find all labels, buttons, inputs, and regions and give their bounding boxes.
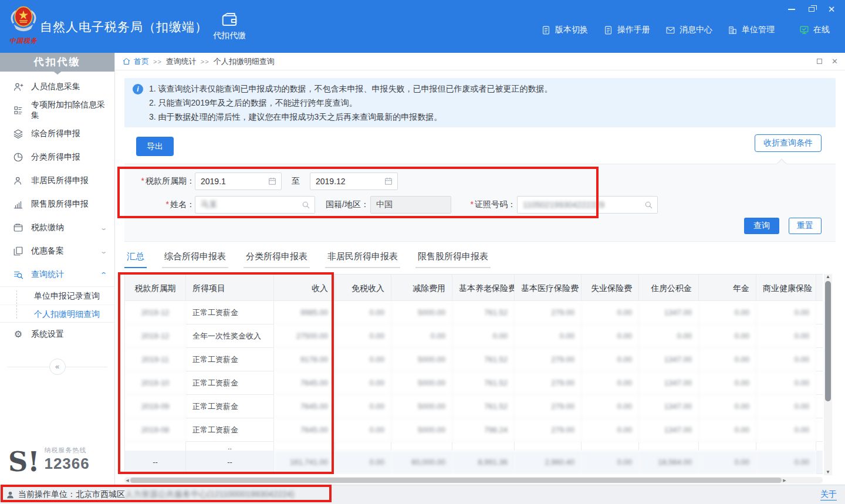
cell-收入: 9178.00 bbox=[274, 348, 335, 371]
filter-row-period: *税款所属期： 2019.1 至 2019.12 bbox=[124, 172, 398, 190]
sidebar-item-系统设置[interactable]: ⚙系统设置 bbox=[0, 323, 114, 346]
content-restore-button[interactable] bbox=[817, 59, 822, 64]
period-from-input[interactable]: 2019.1 bbox=[195, 172, 282, 190]
table-row[interactable]: 2019-12全年一次性奖金收入27500.000.000.000.000.00… bbox=[125, 324, 823, 348]
minimize-button[interactable] bbox=[787, 5, 796, 13]
cell-税延养老保险 bbox=[816, 324, 823, 348]
logo-text: 中国税务 bbox=[7, 36, 40, 45]
tab-汇总[interactable]: 汇总 bbox=[124, 251, 147, 268]
sidebar-item-分类所得申报[interactable]: 分类所得申报 bbox=[0, 146, 114, 169]
list-icon bbox=[13, 105, 23, 116]
doc-icon bbox=[603, 25, 613, 35]
sidebar-subitem-个人扣缴明细查询[interactable]: 个人扣缴明细查询 bbox=[0, 305, 114, 322]
tab-daikou-daijiao[interactable]: 代扣代缴 bbox=[204, 9, 255, 41]
hotline-block: S! 纳税服务热线 12366 bbox=[8, 446, 90, 474]
vertical-scrollbar[interactable]: ▲ ▼ bbox=[824, 274, 832, 475]
breadcrumb-home[interactable]: 首页 bbox=[134, 56, 149, 67]
scroll-up-icon[interactable]: ▲ bbox=[826, 274, 830, 280]
tab-限售股所得申报表[interactable]: 限售股所得申报表 bbox=[415, 251, 491, 268]
search-icon[interactable] bbox=[644, 200, 653, 209]
breadcrumb-separator: >> bbox=[153, 58, 162, 65]
sidebar-subitem-单位申报记录查询[interactable]: 单位申报记录查询 bbox=[0, 287, 114, 305]
sidebar-collapse-button[interactable]: « bbox=[49, 358, 66, 375]
breadcrumb-item[interactable]: 查询统计 bbox=[166, 56, 197, 67]
vertical-scroll-thumb[interactable] bbox=[825, 281, 831, 401]
cell-所得项目: .. bbox=[186, 442, 274, 451]
pie-icon bbox=[13, 152, 23, 163]
period-to-input[interactable]: 2019.12 bbox=[310, 172, 398, 190]
breadcrumb-item[interactable]: 个人扣缴明细查询 bbox=[214, 56, 275, 67]
sidebar-title: 代扣代缴 bbox=[0, 53, 114, 72]
horizontal-scrollbar[interactable]: ◀ ▶ bbox=[124, 477, 823, 483]
cell-年金: 0.00 bbox=[699, 451, 756, 474]
sidebar-item-专项附加扣除信息采集[interactable]: 专项附加扣除信息采集 bbox=[0, 99, 114, 122]
search-icon[interactable] bbox=[301, 200, 310, 209]
cell-商业健康保险: 0.00 bbox=[756, 395, 816, 418]
column-header-免税收入: 免税收入 bbox=[335, 274, 391, 301]
top-menu-单位管理[interactable]: 单位管理 bbox=[728, 25, 775, 35]
cell-失业保险费 bbox=[582, 442, 639, 451]
tab-非居民所得申报表[interactable]: 非居民所得申报表 bbox=[325, 251, 400, 268]
home-icon bbox=[122, 57, 131, 66]
collapse-filters-button[interactable]: 收折查询条件 bbox=[755, 134, 822, 152]
sidebar-item-查询统计[interactable]: 查询统计⌃ bbox=[0, 263, 114, 286]
cell-减除费用: 5000.00 bbox=[391, 348, 452, 371]
sidebar-item-优惠备案[interactable]: 优惠备案⌄ bbox=[0, 239, 114, 263]
sidebar-item-限售股所得申报[interactable]: 限售股所得申报 bbox=[0, 192, 114, 216]
tab-综合所得申报表[interactable]: 综合所得申报表 bbox=[162, 251, 228, 268]
cell-失业保险费: 0.00 bbox=[582, 348, 639, 371]
search-button[interactable]: 查询 bbox=[744, 218, 779, 234]
restore-button[interactable] bbox=[807, 5, 816, 13]
sidebar-item-非居民所得申报[interactable]: 非居民所得申报 bbox=[0, 169, 114, 192]
top-menu: 版本切换操作手册消息中心单位管理在线 bbox=[541, 25, 830, 35]
top-menu-版本切换[interactable]: 版本切换 bbox=[541, 25, 588, 35]
calendar-icon[interactable] bbox=[384, 177, 393, 186]
close-button[interactable]: ✕ bbox=[827, 5, 836, 13]
column-header-所得项目: 所得项目 bbox=[186, 274, 274, 301]
table-row[interactable]: 2019-10正常工资薪金7645.000.005000.00761.52279… bbox=[125, 371, 823, 395]
id-number-input[interactable]: 110502199304222229 bbox=[517, 196, 658, 214]
top-menu-操作手册[interactable]: 操作手册 bbox=[603, 25, 650, 35]
cell-所得项目: 正常工资薪金 bbox=[186, 301, 274, 324]
cell-收入: 161,741.00 bbox=[274, 451, 335, 474]
name-value: 马某 bbox=[201, 199, 217, 210]
calendar-icon[interactable] bbox=[268, 177, 277, 186]
column-header-税款所属期: 税款所属期 bbox=[125, 274, 186, 301]
scroll-right-icon[interactable]: ▶ bbox=[782, 478, 787, 483]
cell-所得项目: 全年一次性奖金收入 bbox=[186, 324, 274, 348]
status-bar: 当前操作单位：北京市西城区人力资源公共服务中心(1211000019930422… bbox=[0, 485, 845, 504]
about-link[interactable]: 关于 bbox=[820, 489, 837, 500]
scroll-left-icon[interactable]: ◀ bbox=[124, 478, 130, 483]
reset-button[interactable]: 重置 bbox=[789, 218, 822, 234]
scroll-down-icon[interactable]: ▼ bbox=[826, 469, 830, 475]
cell-住房公积金: 1347.00 bbox=[639, 348, 699, 371]
tab-分类所得申报表[interactable]: 分类所得申报表 bbox=[244, 251, 310, 268]
wallet-icon bbox=[221, 11, 238, 28]
content-close-button[interactable]: ✕ bbox=[832, 57, 838, 66]
cell-所得项目: 正常工资薪金 bbox=[186, 348, 274, 371]
sidebar-item-税款缴纳[interactable]: 税款缴纳⌄ bbox=[0, 216, 114, 239]
cell-免税收入: 0.00 bbox=[335, 348, 391, 371]
cell-基本医疗保险费: 279.00 bbox=[515, 371, 582, 395]
current-unit-value: 北京市西城区 bbox=[76, 489, 125, 500]
name-input[interactable]: 马某 bbox=[195, 196, 315, 214]
cell-税款所属期: 2019-08 bbox=[125, 418, 186, 442]
online-icon bbox=[799, 25, 809, 35]
cell-所得项目: 正常工资薪金 bbox=[186, 371, 274, 395]
table-row[interactable]: 2019-09正常工资薪金7645.000.005000.00761.52279… bbox=[125, 395, 823, 418]
table-row[interactable]: 2019-12正常工资薪金9985.000.005000.00761.52279… bbox=[125, 301, 823, 324]
cell-年金: 0.00 bbox=[699, 301, 756, 324]
cell-基本医疗保险费: 279.00 bbox=[515, 395, 582, 418]
column-header-失业保险费: 失业保险费 bbox=[582, 274, 639, 301]
top-menu-在线[interactable]: 在线 bbox=[799, 25, 830, 35]
hotline-label: 纳税服务热线 bbox=[44, 446, 89, 455]
horizontal-scroll-thumb[interactable] bbox=[130, 478, 782, 483]
app-title: 自然人电子税务局（扣缴端） bbox=[40, 19, 208, 35]
table-row[interactable]: 2019-08正常工资薪金7645.000.005000.00798.24279… bbox=[125, 418, 823, 442]
column-header-基本养老保险费: 基本养老保险费 bbox=[452, 274, 515, 301]
sidebar-item-综合所得申报[interactable]: 综合所得申报 bbox=[0, 122, 114, 146]
top-menu-消息中心[interactable]: 消息中心 bbox=[665, 25, 712, 35]
table-row[interactable]: 2019-11正常工资薪金9178.000.005000.00761.52279… bbox=[125, 348, 823, 371]
export-button[interactable]: 导出 bbox=[136, 137, 174, 156]
cell-住房公积金: 1347.00 bbox=[639, 301, 699, 324]
